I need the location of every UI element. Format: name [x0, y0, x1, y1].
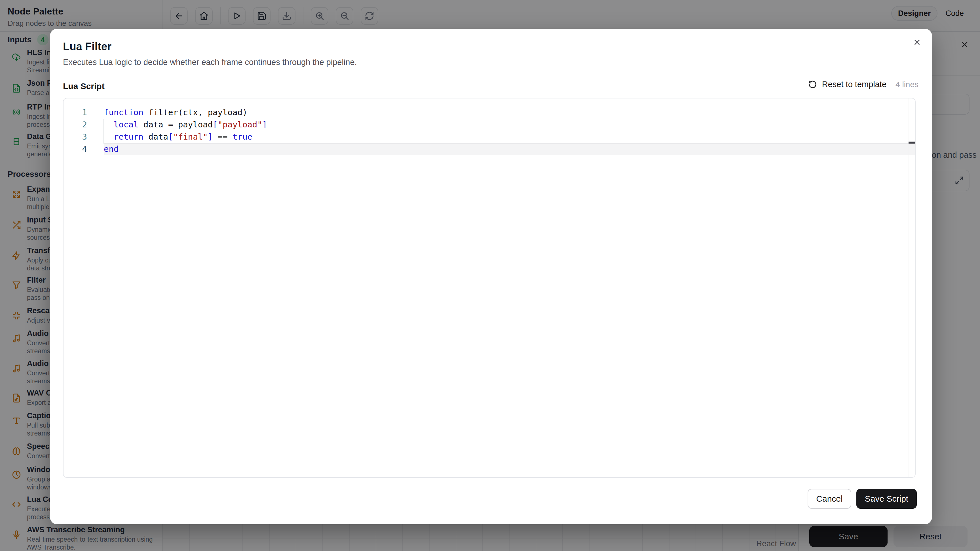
line-number-gutter: 1234: [64, 107, 97, 477]
line-number: 3: [64, 131, 87, 143]
lua-filter-modal: Lua Filter Executes Lua logic to decide …: [50, 29, 932, 524]
code-line: return data["final"] == true: [104, 131, 267, 143]
script-header-actions: Reset to template 4 lines: [808, 80, 918, 89]
lua-script-label: Lua Script: [63, 81, 105, 91]
lua-code-editor[interactable]: 1234 function filter(ctx, payload) local…: [63, 98, 916, 478]
editor-scrollbar-track: [908, 99, 909, 477]
code-line: function filter(ctx, payload): [104, 107, 267, 119]
modal-close-button[interactable]: [910, 36, 924, 49]
line-number: 2: [64, 119, 87, 131]
code-line: local data = payload["payload"]: [104, 119, 267, 131]
reset-to-template-button[interactable]: Reset to template: [808, 80, 886, 89]
code-line: end: [104, 143, 267, 155]
save-script-button[interactable]: Save Script: [856, 489, 917, 509]
line-number: 1: [64, 107, 87, 119]
rotate-ccw-icon: [808, 80, 817, 89]
line-count: 4 lines: [896, 80, 918, 89]
close-icon: [913, 38, 921, 46]
reset-to-template-label: Reset to template: [822, 80, 886, 89]
line-number: 4: [64, 143, 87, 155]
modal-title: Lua Filter: [63, 41, 111, 53]
modal-subtitle: Executes Lua logic to decide whether eac…: [63, 57, 357, 67]
editor-scroll-area: 1234 function filter(ctx, payload) local…: [64, 99, 915, 477]
cancel-button[interactable]: Cancel: [808, 489, 851, 509]
code-content: function filter(ctx, payload) local data…: [104, 107, 267, 477]
scrollbar-thumb[interactable]: [908, 142, 916, 143]
